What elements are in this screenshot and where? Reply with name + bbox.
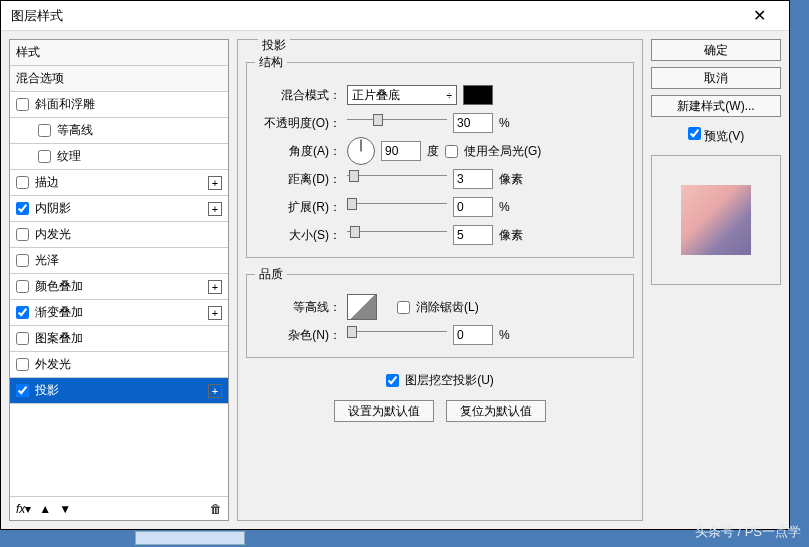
style-item-label: 图案叠加 xyxy=(35,330,222,347)
reset-default-button[interactable]: 复位为默认值 xyxy=(446,400,546,422)
style-item-checkbox[interactable] xyxy=(16,280,29,293)
down-icon[interactable]: ▼ xyxy=(59,502,71,516)
stylelist-header-blend[interactable]: 混合选项 xyxy=(10,66,228,92)
style-item-checkbox[interactable] xyxy=(16,176,29,189)
spread-label: 扩展(R)： xyxy=(255,199,341,216)
distance-input[interactable] xyxy=(453,169,493,189)
style-item-label: 斜面和浮雕 xyxy=(35,96,222,113)
preview-label: 预览(V) xyxy=(704,129,744,143)
style-item-checkbox[interactable] xyxy=(38,150,51,163)
layer-style-dialog: 图层样式 ✕ 样式 混合选项 斜面和浮雕等高线纹理描边+内阴影+内发光光泽颜色叠… xyxy=(0,0,790,530)
style-item-checkbox[interactable] xyxy=(16,358,29,371)
plus-icon[interactable]: + xyxy=(208,176,222,190)
bottom-strip xyxy=(135,531,245,545)
style-item-label: 渐变叠加 xyxy=(35,304,208,321)
global-light-checkbox[interactable] xyxy=(445,145,458,158)
chevron-down-icon: ÷ xyxy=(447,90,453,101)
quality-group: 品质 等高线： 消除锯齿(L) 杂色(N)： % xyxy=(246,266,634,358)
style-item-checkbox[interactable] xyxy=(16,254,29,267)
style-item-label: 投影 xyxy=(35,382,208,399)
shadow-color-swatch[interactable] xyxy=(463,85,493,105)
style-item-label: 内阴影 xyxy=(35,200,208,217)
style-item-label: 描边 xyxy=(35,174,208,191)
ok-button[interactable]: 确定 xyxy=(651,39,781,61)
style-item-label: 纹理 xyxy=(57,148,222,165)
style-item-label: 外发光 xyxy=(35,356,222,373)
style-item-label: 等高线 xyxy=(57,122,222,139)
spread-input[interactable] xyxy=(453,197,493,217)
style-item-label: 内发光 xyxy=(35,226,222,243)
stylelist-header-styles[interactable]: 样式 xyxy=(10,40,228,66)
dialog-title: 图层样式 xyxy=(11,7,739,25)
style-item-checkbox[interactable] xyxy=(16,332,29,345)
style-item-8[interactable]: 渐变叠加+ xyxy=(10,300,228,326)
noise-input[interactable] xyxy=(453,325,493,345)
style-item-5[interactable]: 内发光 xyxy=(10,222,228,248)
blend-mode-select[interactable]: 正片叠底÷ xyxy=(347,85,457,105)
stylelist-footer: fx▾ ▲ ▼ 🗑 xyxy=(10,496,228,520)
cancel-button[interactable]: 取消 xyxy=(651,67,781,89)
distance-slider[interactable] xyxy=(347,175,447,191)
titlebar: 图层样式 ✕ xyxy=(1,1,789,31)
style-item-0[interactable]: 斜面和浮雕 xyxy=(10,92,228,118)
style-item-10[interactable]: 外发光 xyxy=(10,352,228,378)
size-slider[interactable] xyxy=(347,231,447,247)
style-item-label: 颜色叠加 xyxy=(35,278,208,295)
contour-picker[interactable] xyxy=(347,294,377,320)
make-default-button[interactable]: 设置为默认值 xyxy=(334,400,434,422)
plus-icon[interactable]: + xyxy=(208,384,222,398)
new-style-button[interactable]: 新建样式(W)... xyxy=(651,95,781,117)
angle-label: 角度(A)： xyxy=(255,143,341,160)
style-item-checkbox[interactable] xyxy=(16,384,29,397)
angle-input[interactable] xyxy=(381,141,421,161)
style-item-2[interactable]: 纹理 xyxy=(10,144,228,170)
style-item-6[interactable]: 光泽 xyxy=(10,248,228,274)
preview-swatch xyxy=(681,185,751,255)
style-item-checkbox[interactable] xyxy=(16,228,29,241)
plus-icon[interactable]: + xyxy=(208,306,222,320)
watermark: 头条号 / PS一点学 xyxy=(695,523,801,541)
style-item-checkbox[interactable] xyxy=(38,124,51,137)
global-light-label: 使用全局光(G) xyxy=(464,143,541,160)
preview-box xyxy=(651,155,781,285)
fx-icon[interactable]: fx▾ xyxy=(16,502,31,516)
plus-icon[interactable]: + xyxy=(208,202,222,216)
noise-label: 杂色(N)： xyxy=(255,327,341,344)
size-label: 大小(S)： xyxy=(255,227,341,244)
preview-checkbox[interactable] xyxy=(688,127,701,140)
style-item-11[interactable]: 投影+ xyxy=(10,378,228,404)
up-icon[interactable]: ▲ xyxy=(39,502,51,516)
antialias-label: 消除锯齿(L) xyxy=(416,299,479,316)
style-item-1[interactable]: 等高线 xyxy=(10,118,228,144)
knockout-label: 图层挖空投影(U) xyxy=(405,372,494,389)
opacity-label: 不透明度(O)： xyxy=(255,115,341,132)
angle-dial[interactable] xyxy=(347,137,375,165)
opacity-input[interactable] xyxy=(453,113,493,133)
structure-group: 结构 混合模式： 正片叠底÷ 不透明度(O)： % 角度(A)： xyxy=(246,54,634,258)
style-list: 样式 混合选项 斜面和浮雕等高线纹理描边+内阴影+内发光光泽颜色叠加+渐变叠加+… xyxy=(9,39,229,521)
style-item-4[interactable]: 内阴影+ xyxy=(10,196,228,222)
size-input[interactable] xyxy=(453,225,493,245)
settings-panel: 投影 结构 混合模式： 正片叠底÷ 不透明度(O)： % xyxy=(237,39,643,521)
style-item-3[interactable]: 描边+ xyxy=(10,170,228,196)
trash-icon[interactable]: 🗑 xyxy=(210,502,222,516)
spread-slider[interactable] xyxy=(347,203,447,219)
noise-slider[interactable] xyxy=(347,331,447,347)
style-item-7[interactable]: 颜色叠加+ xyxy=(10,274,228,300)
opacity-slider[interactable] xyxy=(347,119,447,135)
panel-title: 投影 xyxy=(258,37,290,54)
style-item-checkbox[interactable] xyxy=(16,202,29,215)
style-item-9[interactable]: 图案叠加 xyxy=(10,326,228,352)
knockout-checkbox[interactable] xyxy=(386,374,399,387)
plus-icon[interactable]: + xyxy=(208,280,222,294)
right-column: 确定 取消 新建样式(W)... 预览(V) xyxy=(651,39,781,521)
style-item-label: 光泽 xyxy=(35,252,222,269)
contour-label: 等高线： xyxy=(255,299,341,316)
blend-mode-label: 混合模式： xyxy=(255,87,341,104)
style-item-checkbox[interactable] xyxy=(16,306,29,319)
distance-label: 距离(D)： xyxy=(255,171,341,188)
style-item-checkbox[interactable] xyxy=(16,98,29,111)
close-icon[interactable]: ✕ xyxy=(739,6,779,25)
antialias-checkbox[interactable] xyxy=(397,301,410,314)
